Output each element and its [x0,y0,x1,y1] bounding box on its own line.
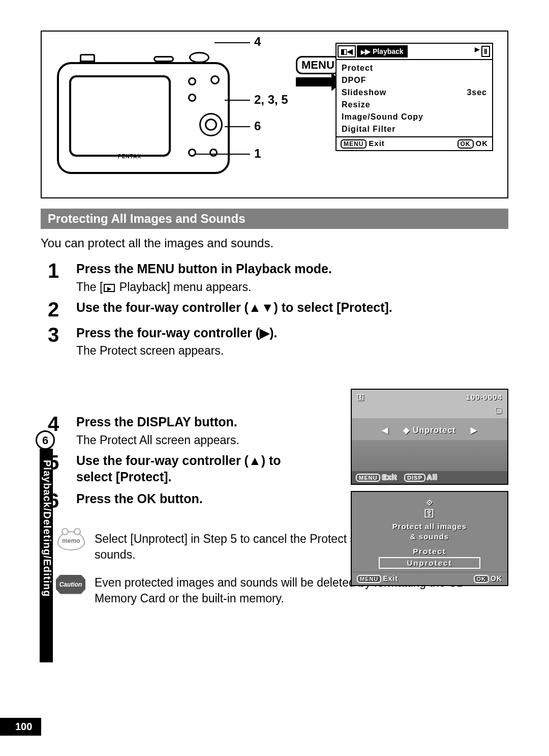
menu-item-resize: Resize [342,99,487,111]
protect-all-msg-2: & sounds [352,532,507,542]
section-heading: Protecting All Images and Sounds [41,209,508,229]
camera-illustration: PENTAX [57,47,245,179]
menu-item-filter: Digital Filter [342,123,487,135]
page-number: 100 [0,718,41,736]
step-3-title: Press the four-way controller (▶). [76,325,341,341]
menu-badge: MENU [296,56,340,74]
protect-all-screen: ⟐⚿ Protect all images & sounds Protect U… [351,491,508,586]
step-3-number: 3 [48,325,76,358]
setup-tab: Ⅱ [481,46,490,57]
option-unprotect: Unprotect [379,557,480,569]
screen1-all: DISPAll [404,473,438,482]
menu-footer-exit: MENUExit [341,139,385,149]
arrow-right-icon [296,77,331,86]
folder-number: 100-0004 [466,393,502,401]
protect-screen: ⚿ 100-0004 ▢ ◀ ◆ Unprotect ▶ MENUExit DI… [351,389,508,485]
callout-4: 4 [254,35,261,49]
camera-figure: PENTAX 4 2, 3, 5 6 1 MENU ◧◀ ▶▶ Playback [41,31,508,198]
option-protect: Protect [379,546,480,556]
step-1-title: Press the MENU button in Playback mode. [76,260,508,277]
step-4-sub: The Protect All screen appears. [76,433,330,447]
camera-brand: PENTAX [118,154,141,159]
menu-item-slideshow-value: 3sec [467,86,487,99]
caution-icon: Caution [56,575,86,594]
updown-icon: ◆ [403,426,410,434]
playback-icon [104,284,115,292]
protect-all-msg-1: Protect all images [352,521,507,532]
chapter-number: 6 [36,430,55,450]
callout-235: 2, 3, 5 [254,93,288,107]
playback-menu-screen: ◧◀ ▶▶ Playback ▶ Ⅱ Protect DPOF Slidesho… [336,43,493,151]
screen1-exit: MENUExit [356,473,397,482]
nav-right-icon: ▶ [471,425,477,435]
menu-footer-ok: OKOK [458,139,489,149]
step-1-sub: The [ Playback] menu appears. [76,280,508,294]
menu-item-dpof: DPOF [342,74,487,86]
step-2-number: 2 [48,299,76,319]
key-icon: ⚿ [357,393,365,401]
record-tab: ◧◀ [338,45,356,57]
callout-1: 1 [254,147,261,161]
screen2-ok: OKOK [474,574,503,583]
step-1-number: 1 [48,260,76,294]
step-3-sub: The Protect screen appears. [76,344,341,358]
protect-all-icon: ⟐⚿ [352,496,507,519]
step-5-title: Use the four-way controller (▲) to selec… [76,452,315,485]
sidetab-label: Playback/Deleting/Editing [40,460,53,597]
menu-item-slideshow: Slideshow [342,86,386,99]
card-icon: ▢ [495,405,502,415]
menu-item-protect: Protect [342,62,487,74]
playback-tab: ▶▶ Playback [357,45,408,57]
unprotect-label: Unprotect [413,426,456,434]
menu-item-copy: Image/Sound Copy [342,111,487,123]
step-2-title: Use the four-way controller (▲▼) to sele… [76,299,508,316]
memo-icon: memo [56,531,86,558]
step-4-title: Press the DISPLAY button. [76,414,330,430]
intro-text: You can protect all the images and sound… [41,236,508,250]
nav-left-icon: ◀ [382,425,388,435]
callout-6: 6 [254,119,261,133]
screen2-exit: MENUExit [357,574,398,583]
